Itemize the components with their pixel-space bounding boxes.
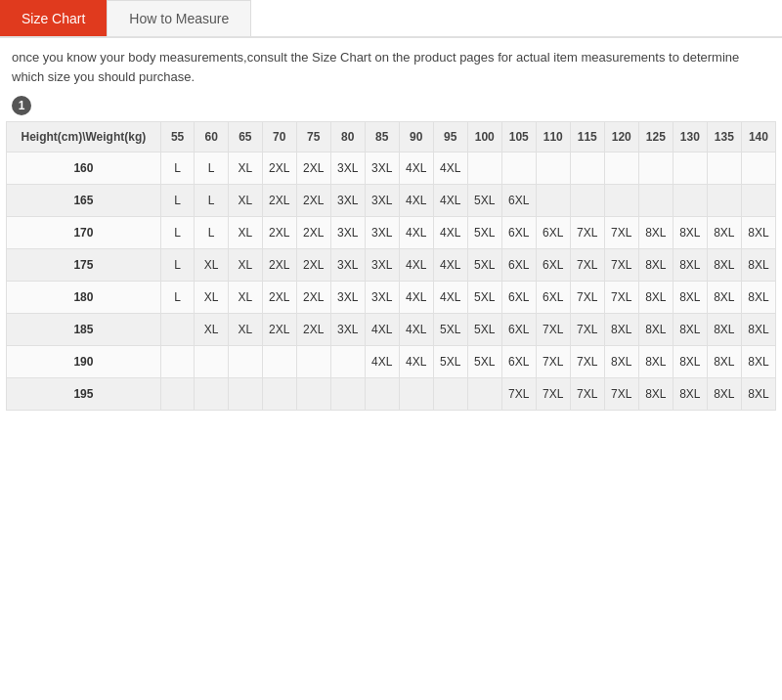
size-cell: 2XL — [262, 153, 296, 185]
size-cell — [673, 185, 707, 217]
size-cell: L — [160, 217, 195, 249]
size-cell — [741, 153, 775, 185]
size-cell: 4XL — [433, 185, 467, 217]
size-cell: 8XL — [638, 282, 673, 314]
size-cell: 8XL — [673, 314, 707, 346]
size-cell: 7XL — [570, 249, 604, 282]
height-cell: 185 — [7, 314, 161, 346]
size-cell: 5XL — [467, 346, 501, 378]
tab-bar: Size Chart How to Measure — [0, 0, 782, 38]
size-cell: 3XL — [365, 153, 399, 185]
size-cell: 3XL — [365, 217, 399, 249]
size-chart-table: Height(cm)\Weight(kg) 556065707580859095… — [6, 121, 776, 411]
header-weight-col: 55 — [160, 122, 195, 153]
step-badge: 1 — [12, 96, 31, 115]
size-cell: 8XL — [707, 314, 741, 346]
size-cell: 6XL — [501, 185, 536, 217]
size-cell: 7XL — [536, 314, 570, 346]
size-cell: 4XL — [399, 314, 433, 346]
size-cell: 2XL — [262, 249, 296, 282]
size-cell: XL — [195, 249, 229, 282]
size-cell: 6XL — [501, 346, 536, 378]
size-cell: 8XL — [741, 217, 775, 249]
size-cell — [673, 153, 707, 185]
size-cell: 4XL — [399, 153, 433, 185]
size-cell: 3XL — [330, 249, 365, 282]
size-cell: 7XL — [501, 378, 536, 411]
size-cell: XL — [229, 282, 263, 314]
table-row: 170LLXL2XL2XL3XL3XL4XL4XL5XL6XL6XL7XL7XL… — [7, 217, 776, 249]
size-cell: 2XL — [262, 217, 296, 249]
size-cell — [296, 378, 330, 411]
size-cell: 8XL — [673, 249, 707, 282]
size-cell: 6XL — [536, 249, 570, 282]
size-cell: 4XL — [399, 282, 433, 314]
height-cell: 195 — [7, 378, 161, 411]
size-cell: 7XL — [570, 346, 604, 378]
height-cell: 180 — [7, 282, 161, 314]
size-cell: 7XL — [604, 217, 638, 249]
size-cell — [330, 378, 365, 411]
height-cell: 175 — [7, 249, 161, 282]
header-weight-col: 65 — [229, 122, 263, 153]
size-cell: 6XL — [536, 217, 570, 249]
size-cell: 8XL — [707, 217, 741, 249]
size-cell: XL — [195, 314, 229, 346]
size-cell: XL — [229, 217, 263, 249]
size-cell: 2XL — [262, 282, 296, 314]
height-cell: 165 — [7, 185, 161, 217]
size-cell: 7XL — [570, 217, 604, 249]
size-cell: 6XL — [536, 282, 570, 314]
size-cell: 8XL — [673, 217, 707, 249]
size-cell: 6XL — [501, 282, 536, 314]
size-cell — [570, 185, 604, 217]
size-cell: 6XL — [501, 249, 536, 282]
size-cell: 4XL — [433, 282, 467, 314]
size-cell — [160, 378, 195, 411]
size-cell: 4XL — [433, 249, 467, 282]
size-cell: 7XL — [604, 249, 638, 282]
tab-size-chart[interactable]: Size Chart — [0, 0, 107, 36]
size-cell — [467, 153, 501, 185]
size-cell — [195, 378, 229, 411]
size-cell — [604, 153, 638, 185]
size-cell — [536, 153, 570, 185]
size-cell: 8XL — [707, 249, 741, 282]
size-cell: 6XL — [501, 314, 536, 346]
header-weight-col: 125 — [638, 122, 673, 153]
size-cell: 5XL — [467, 282, 501, 314]
size-cell — [433, 378, 467, 411]
size-cell — [229, 346, 263, 378]
size-cell: 3XL — [330, 314, 365, 346]
size-cell: 4XL — [399, 185, 433, 217]
height-cell: 170 — [7, 217, 161, 249]
size-cell: 4XL — [365, 314, 399, 346]
size-cell: 8XL — [673, 378, 707, 411]
table-row: 1957XL7XL7XL7XL8XL8XL8XL8XL — [7, 378, 776, 411]
size-cell — [195, 346, 229, 378]
size-cell: 5XL — [467, 185, 501, 217]
size-cell: L — [160, 282, 195, 314]
size-cell: 7XL — [570, 314, 604, 346]
size-cell — [262, 378, 296, 411]
size-cell: 7XL — [536, 378, 570, 411]
size-cell: 4XL — [399, 249, 433, 282]
size-cell: 3XL — [365, 185, 399, 217]
size-cell: XL — [229, 153, 263, 185]
size-cell — [536, 185, 570, 217]
header-weight-col: 100 — [467, 122, 501, 153]
tab-how-to-measure[interactable]: How to Measure — [107, 0, 251, 36]
header-weight-col: 70 — [262, 122, 296, 153]
size-cell: 7XL — [536, 346, 570, 378]
height-cell: 160 — [7, 153, 161, 185]
size-cell: 2XL — [296, 185, 330, 217]
size-cell — [160, 346, 195, 378]
size-cell: 5XL — [467, 217, 501, 249]
size-cell — [160, 314, 195, 346]
header-weight-col: 75 — [296, 122, 330, 153]
header-weight-col: 130 — [673, 122, 707, 153]
size-cell: XL — [229, 185, 263, 217]
size-cell: 8XL — [638, 346, 673, 378]
size-cell — [365, 378, 399, 411]
size-cell: 8XL — [741, 282, 775, 314]
